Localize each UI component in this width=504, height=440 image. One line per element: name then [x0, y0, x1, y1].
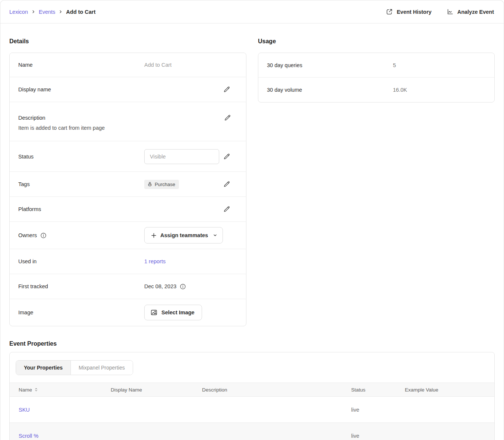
table-row: SKU live	[10, 397, 494, 423]
plus-icon	[151, 233, 157, 238]
status-label: Status	[18, 154, 144, 160]
event-properties-section: Event Properties Your Properties Mixpane…	[9, 340, 495, 440]
edit-tags-button[interactable]	[222, 180, 231, 189]
event-properties-heading: Event Properties	[9, 340, 495, 347]
property-description	[202, 397, 351, 423]
property-status: live	[351, 397, 405, 423]
table-header-row: Name Display Name Description Status Exa…	[10, 383, 494, 397]
detail-row-owners: Owners Assign teammates	[10, 222, 246, 249]
edit-status-button[interactable]	[222, 152, 231, 161]
svg-text:$: $	[149, 184, 151, 186]
display-name-label: Display name	[18, 87, 144, 92]
tags-label: Tags	[18, 181, 144, 187]
topbar: Lexicon Events Add to Cart Event History	[0, 0, 504, 23]
status-column-header: Status	[351, 383, 405, 397]
sort-icon	[34, 387, 38, 392]
description-column-header: Description	[202, 383, 351, 397]
property-display-name	[111, 397, 202, 423]
detail-row-used-in: Used in 1 reports	[10, 249, 246, 274]
line-chart-icon	[447, 8, 454, 15]
assign-teammates-button[interactable]: Assign teammates	[144, 227, 223, 243]
usage-card: 30 day queries 5 30 day volume 16.0K	[258, 53, 495, 103]
usage-queries-value: 5	[393, 62, 479, 68]
chevron-right-icon	[31, 10, 35, 14]
usage-section: Usage 30 day queries 5 30 day volume 16.…	[258, 38, 495, 103]
sort-by-name-header[interactable]: Name	[19, 387, 38, 393]
detail-row-image: Image Select Image	[10, 299, 246, 326]
description-label: Description	[18, 115, 144, 121]
chevron-right-icon	[59, 10, 63, 14]
property-description	[202, 423, 351, 440]
example-value-column-header: Example Value	[405, 383, 494, 397]
event-history-label: Event History	[397, 9, 431, 15]
detail-row-status: Status	[10, 141, 246, 172]
properties-table: Name Display Name Description Status Exa…	[10, 383, 494, 440]
property-link[interactable]: Scroll %	[19, 433, 38, 439]
detail-row-platforms: Platforms	[10, 197, 246, 222]
details-card: Name Add to Cart Display name De	[9, 53, 246, 326]
usage-row-volume: 30 day volume 16.0K	[258, 78, 494, 102]
lexicon-event-detail-page: Lexicon Events Add to Cart Event History	[0, 0, 504, 440]
used-in-reports-link[interactable]: 1 reports	[144, 258, 166, 264]
pencil-icon	[223, 153, 230, 160]
money-bag-icon: $	[147, 182, 152, 187]
detail-row-tags: Tags $ Purchase	[10, 172, 246, 197]
pencil-icon	[223, 180, 230, 188]
detail-row-first-tracked: First tracked Dec 08, 2023	[10, 274, 246, 299]
breadcrumb: Lexicon Events Add to Cart	[9, 9, 95, 15]
external-link-icon	[386, 8, 393, 15]
property-example-value	[405, 423, 494, 440]
tag-badge-label: Purchase	[155, 182, 175, 187]
breadcrumb-events[interactable]: Events	[39, 9, 55, 15]
usage-row-queries: 30 day queries 5	[258, 53, 494, 78]
breadcrumb-lexicon[interactable]: Lexicon	[9, 9, 28, 15]
edit-platforms-button[interactable]	[222, 205, 231, 214]
detail-row-name: Name Add to Cart	[10, 53, 246, 77]
image-label: Image	[18, 309, 144, 315]
analyze-event-button[interactable]: Analyze Event	[447, 8, 494, 15]
select-image-label: Select Image	[161, 309, 195, 315]
edit-description-button[interactable]	[223, 113, 232, 122]
first-tracked-info-icon[interactable]	[180, 283, 186, 290]
name-value: Add to Cart	[144, 62, 231, 68]
edit-display-name-button[interactable]	[222, 85, 231, 94]
detail-row-description: Description Item is added to cart from i…	[10, 102, 246, 141]
owners-info-icon[interactable]	[40, 232, 47, 239]
pencil-icon	[223, 205, 230, 213]
status-input[interactable]	[144, 149, 219, 164]
property-example-value	[405, 397, 494, 423]
image-icon	[150, 309, 158, 316]
tab-mixpanel-properties[interactable]: Mixpanel Properties	[70, 361, 133, 375]
owners-label: Owners	[18, 232, 37, 238]
first-tracked-value: Dec 08, 2023	[144, 283, 176, 289]
topbar-actions: Event History Analyze Event	[386, 8, 494, 15]
details-heading: Details	[9, 38, 246, 45]
table-row: Scroll % live	[10, 423, 494, 440]
tab-your-properties[interactable]: Your Properties	[16, 361, 70, 375]
select-image-button[interactable]: Select Image	[144, 305, 202, 320]
usage-queries-label: 30 day queries	[267, 62, 393, 68]
chevron-down-icon	[213, 233, 217, 238]
tag-badge: $ Purchase	[144, 180, 179, 189]
property-display-name	[111, 423, 202, 440]
event-properties-card: Your Properties Mixpanel Properties Name	[9, 352, 495, 440]
platforms-label: Platforms	[18, 206, 144, 212]
breadcrumb-current: Add to Cart	[66, 9, 95, 15]
property-link[interactable]: SKU	[19, 407, 30, 413]
property-status: live	[351, 423, 405, 440]
event-history-button[interactable]: Event History	[386, 8, 431, 15]
details-section: Details Name Add to Cart Display name	[9, 38, 246, 326]
analyze-event-label: Analyze Event	[457, 9, 494, 15]
detail-row-display-name: Display name	[10, 77, 246, 102]
pencil-icon	[223, 86, 230, 93]
usage-heading: Usage	[258, 38, 495, 45]
description-value: Item is added to cart from item page	[18, 125, 231, 131]
assign-teammates-label: Assign teammates	[160, 232, 208, 238]
name-label: Name	[18, 62, 144, 68]
properties-tab-group: Your Properties Mixpanel Properties	[16, 360, 133, 375]
name-column-header: Name	[19, 387, 32, 393]
used-in-label: Used in	[18, 258, 144, 264]
display-name-column-header: Display Name	[111, 383, 202, 397]
pencil-icon	[224, 114, 231, 122]
main-content: Details Name Add to Cart Display name	[0, 23, 504, 440]
